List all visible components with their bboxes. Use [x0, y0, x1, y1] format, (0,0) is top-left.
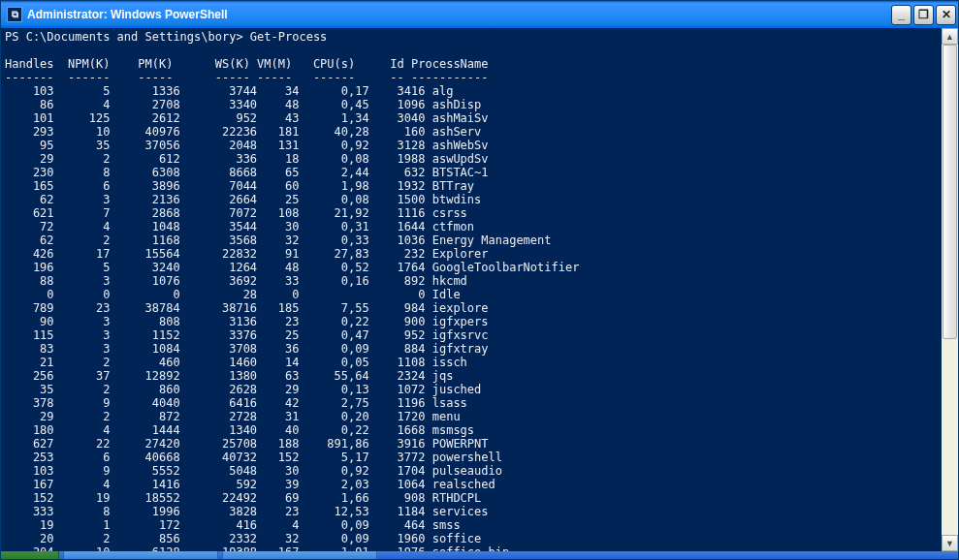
window-controls: _ ❐ ✕: [891, 5, 956, 25]
scroll-down-button[interactable]: ▼: [942, 535, 958, 551]
titlebar[interactable]: ⧉ Administrator: Windows PowerShell _ ❐ …: [1, 1, 958, 28]
start-button[interactable]: [1, 551, 59, 559]
minimize-button[interactable]: _: [891, 5, 911, 25]
app-icon: ⧉: [7, 7, 22, 22]
close-icon: ✕: [942, 8, 951, 21]
scroll-thumb[interactable]: [943, 45, 957, 339]
minimize-icon: _: [898, 8, 905, 21]
app-icon-glyph: ⧉: [12, 9, 18, 20]
console-area: PS C:\Documents and Settings\bory> Get-P…: [1, 28, 958, 551]
scroll-up-button[interactable]: ▲: [942, 28, 958, 45]
maximize-icon: ❐: [918, 8, 929, 21]
vertical-scrollbar[interactable]: ▲ ▼: [942, 28, 958, 551]
maximize-button[interactable]: ❐: [913, 5, 934, 25]
taskbar-item[interactable]: [222, 551, 377, 559]
console-output[interactable]: PS C:\Documents and Settings\bory> Get-P…: [1, 28, 942, 551]
taskbar-item[interactable]: [63, 551, 218, 559]
close-button[interactable]: ✕: [936, 5, 956, 25]
powershell-window: ⧉ Administrator: Windows PowerShell _ ❐ …: [0, 0, 959, 560]
taskbar[interactable]: [1, 551, 958, 559]
scroll-track[interactable]: [942, 45, 958, 535]
window-title: Administrator: Windows PowerShell: [27, 8, 891, 21]
